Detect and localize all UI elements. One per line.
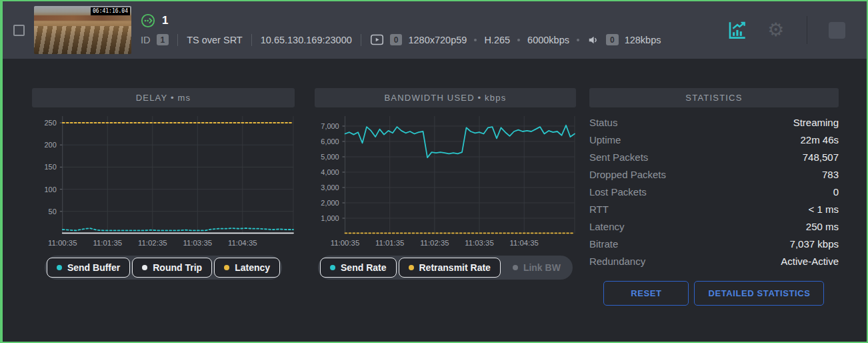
video-format: 1280x720p59 xyxy=(408,35,467,45)
legend-label: Round Trip xyxy=(153,262,202,273)
header-divider xyxy=(807,16,807,44)
stat-label: Sent Packets xyxy=(589,151,648,163)
stat-value: Active-Active xyxy=(781,256,839,267)
stat-label: Redundancy xyxy=(589,256,645,267)
stat-value: < 1 ms xyxy=(809,204,839,215)
svg-text:3,000: 3,000 xyxy=(321,184,339,192)
audio-bitrate: 128kbps xyxy=(625,35,661,45)
stat-row-sent-packets: Sent Packets748,507 xyxy=(589,148,839,165)
dot-separator xyxy=(517,39,520,41)
legend-item-send-rate[interactable]: Send Rate xyxy=(320,258,396,278)
stat-value: 783 xyxy=(822,169,839,180)
settings-button[interactable]: ⚙ xyxy=(767,21,784,39)
detailed-statistics-button[interactable]: DETAILED STATISTICS xyxy=(694,281,824,306)
stream-details: DELAY • ms 5010015020025011:00:3511:01:3… xyxy=(3,59,867,306)
bandwidth-panel-title: BANDWIDTH USED • kbps xyxy=(315,88,576,107)
delay-legend: Send BufferRound TripLatency xyxy=(45,256,282,280)
stat-value: 7,037 kbps xyxy=(790,238,839,250)
gear-icon: ⚙ xyxy=(767,21,784,39)
audio-icon xyxy=(587,33,600,47)
svg-text:11:02:35: 11:02:35 xyxy=(138,239,167,247)
stat-label: Status xyxy=(589,117,618,128)
legend-dot xyxy=(513,265,518,270)
chart-icon xyxy=(727,20,747,41)
legend-item-round-trip[interactable]: Round Trip xyxy=(132,258,212,278)
bandwidth-legend: Send RateRetransmit RateLink BW xyxy=(318,256,573,280)
legend-item-link-bw[interactable]: Link BW xyxy=(503,258,571,278)
stat-row-lost-packets: Lost Packets0 xyxy=(589,183,839,200)
statistics-list: StatusStreamingUptime22m 46sSent Packets… xyxy=(589,113,839,270)
stat-row-latency: Latency250 ms xyxy=(589,218,839,235)
select-checkbox[interactable] xyxy=(13,25,25,36)
statistics-panel: STATISTICS StatusStreamingUptime22m 46sS… xyxy=(589,88,839,306)
divider xyxy=(177,34,178,46)
audio-count-badge: 0 xyxy=(606,34,619,45)
dot-separator xyxy=(474,39,477,41)
svg-text:11:00:35: 11:00:35 xyxy=(331,239,359,247)
svg-text:11:03:35: 11:03:35 xyxy=(465,239,493,247)
svg-text:50: 50 xyxy=(49,208,57,216)
stat-value: Streaming xyxy=(793,117,839,128)
legend-label: Send Rate xyxy=(341,262,386,273)
dot-separator xyxy=(577,39,579,41)
svg-text:6,000: 6,000 xyxy=(321,137,339,145)
svg-text:2,000: 2,000 xyxy=(321,199,339,207)
stat-row-dropped-packets: Dropped Packets783 xyxy=(589,165,839,183)
legend-item-latency[interactable]: Latency xyxy=(214,258,280,278)
divider xyxy=(361,34,361,46)
legend-label: Link BW xyxy=(523,262,561,273)
legend-dot xyxy=(224,265,229,270)
svg-text:7,000: 7,000 xyxy=(321,122,339,130)
id-badge: 1 xyxy=(157,34,169,45)
bandwidth-chart: 1,0002,0003,0004,0005,0006,0007,00011:00… xyxy=(315,111,576,250)
stream-card: 06:41:16.04 1 ID 1 TS over SRT xyxy=(0,0,868,343)
stat-row-status: StatusStreaming xyxy=(589,113,839,131)
svg-text:100: 100 xyxy=(45,186,57,194)
svg-text:11:04:35: 11:04:35 xyxy=(228,239,257,247)
svg-text:250: 250 xyxy=(45,119,57,127)
divider xyxy=(251,34,252,46)
stat-label: Dropped Packets xyxy=(589,169,666,180)
stream-title: 1 xyxy=(162,14,168,27)
statistics-toggle-button[interactable] xyxy=(727,20,747,41)
stat-label: Latency xyxy=(589,221,625,232)
video-thumbnail[interactable]: 06:41:16.04 xyxy=(34,6,131,54)
bandwidth-panel: BANDWIDTH USED • kbps 1,0002,0003,0004,0… xyxy=(315,88,576,306)
video-icon xyxy=(370,33,384,47)
stream-header: 06:41:16.04 1 ID 1 TS over SRT xyxy=(3,1,867,59)
square-action-button[interactable] xyxy=(829,22,845,39)
svg-text:11:01:35: 11:01:35 xyxy=(375,239,404,247)
stream-address: 10.65.130.169:23000 xyxy=(261,35,352,45)
video-count-badge: 0 xyxy=(390,34,403,45)
stat-row-redundancy: RedundancyActive-Active xyxy=(589,252,839,270)
svg-text:11:01:35: 11:01:35 xyxy=(93,239,122,247)
legend-item-retransmit-rate[interactable]: Retransmit Rate xyxy=(399,258,501,278)
legend-dot xyxy=(57,265,62,270)
stat-row-rtt: RTT< 1 ms xyxy=(589,200,839,218)
svg-text:11:04:35: 11:04:35 xyxy=(509,239,538,247)
legend-dot xyxy=(409,265,414,270)
statistics-panel-title: STATISTICS xyxy=(589,88,839,107)
reset-button[interactable]: RESET xyxy=(603,281,689,306)
streaming-status-icon xyxy=(141,13,155,28)
stat-value: 0 xyxy=(833,186,839,198)
legend-dot xyxy=(142,265,147,270)
stat-label: Lost Packets xyxy=(589,186,647,198)
svg-text:150: 150 xyxy=(45,163,57,171)
svg-text:11:00:35: 11:00:35 xyxy=(48,239,77,247)
id-label: ID xyxy=(141,35,151,45)
svg-text:11:03:35: 11:03:35 xyxy=(183,239,212,247)
delay-panel: DELAY • ms 5010015020025011:00:3511:01:3… xyxy=(32,88,295,306)
stat-value: 748,507 xyxy=(803,151,839,163)
legend-label: Retransmit Rate xyxy=(419,262,491,273)
statistics-actions: RESET DETAILED STATISTICS xyxy=(589,281,839,306)
legend-dot xyxy=(330,265,335,270)
svg-text:1,000: 1,000 xyxy=(321,214,339,222)
video-bitrate: 6000kbps xyxy=(527,35,569,45)
stat-label: RTT xyxy=(589,204,609,215)
stat-row-bitrate: Bitrate7,037 kbps xyxy=(589,235,839,252)
legend-item-send-buffer[interactable]: Send Buffer xyxy=(47,258,130,278)
stat-label: Bitrate xyxy=(589,238,618,250)
delay-chart: 5010015020025011:00:3511:01:3511:02:3511… xyxy=(32,111,295,250)
protocol-label: TS over SRT xyxy=(187,35,243,45)
